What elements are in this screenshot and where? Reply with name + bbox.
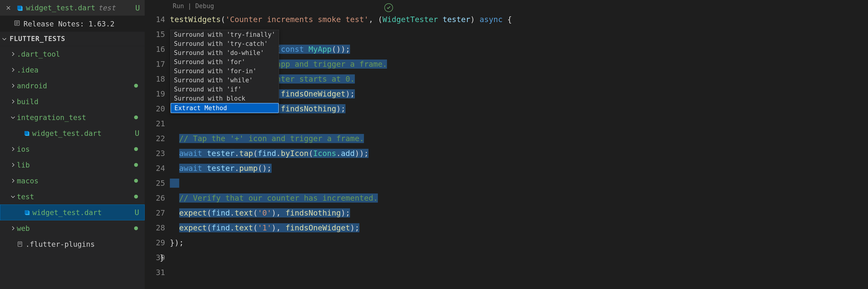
sidebar: widget_test.dart test U Release Notes: 1… bbox=[0, 0, 145, 289]
popup-item[interactable]: Surround with 'try-finally' bbox=[170, 30, 279, 39]
chevron-right-icon bbox=[10, 82, 17, 89]
tree-item-label: widget_test.dart bbox=[32, 208, 102, 217]
chevron-right-icon bbox=[10, 162, 17, 168]
code-line[interactable]: await tester.tap(find.byIcon(Icons.add))… bbox=[169, 146, 868, 161]
line-number: 30 bbox=[145, 250, 169, 265]
release-notes-tab[interactable]: Release Notes: 1.63.2 bbox=[0, 16, 145, 32]
modified-dot-icon bbox=[134, 163, 138, 167]
tree-item-label: .dart_tool bbox=[17, 50, 60, 58]
tree-item[interactable]: .dart_tool bbox=[0, 46, 145, 62]
line-number: 25 bbox=[145, 176, 169, 191]
modified-dot-icon bbox=[134, 226, 138, 230]
close-icon[interactable] bbox=[5, 4, 12, 11]
codelens[interactable]: Run | Debug bbox=[169, 2, 868, 12]
code-line[interactable] bbox=[169, 176, 868, 191]
code-line[interactable]: } bbox=[169, 250, 868, 265]
line-number: 14 bbox=[145, 12, 169, 27]
chevron-right-icon bbox=[10, 177, 17, 184]
chevron-right-icon bbox=[10, 66, 17, 73]
chevron-down-icon bbox=[10, 193, 17, 200]
tree-item[interactable]: .flutter-plugins bbox=[0, 236, 145, 252]
release-notes-label: Release Notes: 1.63.2 bbox=[24, 20, 115, 28]
code-area[interactable]: Run | Debug testWidgets('Counter increme… bbox=[169, 0, 868, 289]
line-number: 17 bbox=[145, 57, 169, 71]
code-line[interactable]: expect(find.text('1'), findsOneWidget); bbox=[169, 220, 868, 235]
tab-bar: widget_test.dart test U bbox=[0, 0, 145, 16]
line-number: 22 bbox=[145, 131, 169, 146]
tree-item-label: .idea bbox=[17, 66, 38, 74]
editor[interactable]: 141516171819202122232425262728293031 Run… bbox=[145, 0, 868, 289]
tree-item[interactable]: lib bbox=[0, 157, 145, 173]
tree-item[interactable]: macos bbox=[0, 173, 145, 189]
status-badge: U bbox=[134, 208, 139, 217]
line-number: 15 bbox=[145, 27, 169, 42]
chevron-right-icon bbox=[10, 225, 17, 232]
tree-item[interactable]: widget_test.dartU bbox=[0, 204, 145, 220]
tree-item-label: android bbox=[17, 82, 47, 90]
chevron-down-icon bbox=[1, 35, 8, 42]
modified-dot-icon bbox=[134, 115, 138, 119]
gutter: 141516171819202122232425262728293031 bbox=[145, 0, 169, 289]
line-number: 27 bbox=[145, 205, 169, 220]
tree-item[interactable]: build bbox=[0, 94, 145, 110]
file-icon bbox=[14, 20, 20, 28]
code-action-popup: Surround with 'try-finally'Surround with… bbox=[170, 30, 279, 113]
line-number: 28 bbox=[145, 220, 169, 235]
tree-item-label: integration_test bbox=[17, 113, 86, 122]
code-line[interactable]: await tester.pump(); bbox=[169, 161, 868, 176]
code-line[interactable]: }); bbox=[169, 235, 868, 250]
code-line[interactable]: expect(find.text('0'), findsNothing); bbox=[169, 205, 868, 220]
line-number: 16 bbox=[145, 42, 169, 57]
popup-item[interactable]: Surround with 'while' bbox=[170, 76, 279, 85]
tree-item-label: macos bbox=[17, 177, 38, 185]
status-badge: U bbox=[135, 129, 140, 138]
tab-status-badge: U bbox=[135, 3, 140, 12]
popup-item[interactable]: Surround with 'try-catch' bbox=[170, 39, 279, 48]
code-line[interactable] bbox=[169, 116, 868, 131]
tree-item-label: ios bbox=[17, 145, 30, 153]
tree-item[interactable]: web bbox=[0, 220, 145, 236]
tree-item[interactable]: test bbox=[0, 189, 145, 204]
line-number: 29 bbox=[145, 235, 169, 250]
code-line[interactable]: // Tap the '+' icon and trigger a frame. bbox=[169, 131, 868, 146]
chevron-down-icon bbox=[10, 114, 17, 121]
line-number: 24 bbox=[145, 161, 169, 176]
modified-dot-icon bbox=[134, 179, 138, 183]
popup-item[interactable]: Extract Method bbox=[170, 103, 279, 113]
tree-item-label: build bbox=[17, 97, 38, 106]
file-tree: .dart_tool.ideaandroidbuildintegration_t… bbox=[0, 46, 145, 289]
tree-item[interactable]: ios bbox=[0, 141, 145, 157]
popup-item[interactable]: Surround with 'do-while' bbox=[170, 48, 279, 57]
explorer-header[interactable]: FLUTTER_TESTS bbox=[0, 32, 145, 46]
tree-item[interactable]: .idea bbox=[0, 62, 145, 78]
tree-item-label: widget_test.dart bbox=[32, 129, 101, 138]
popup-item[interactable]: Surround with block bbox=[170, 94, 279, 103]
code-line[interactable] bbox=[169, 265, 868, 280]
line-number: 20 bbox=[145, 101, 169, 116]
explorer-title: FLUTTER_TESTS bbox=[9, 35, 65, 43]
modified-dot-icon bbox=[134, 147, 138, 151]
dart-icon bbox=[16, 5, 23, 11]
line-number: 18 bbox=[145, 71, 169, 86]
tree-item-label: web bbox=[17, 224, 30, 233]
chevron-right-icon bbox=[10, 51, 17, 57]
tree-item[interactable]: android bbox=[0, 78, 145, 94]
tree-item[interactable]: widget_test.dartU bbox=[0, 125, 145, 141]
code-line[interactable]: testWidgets('Counter increments smoke te… bbox=[169, 12, 868, 27]
popup-item[interactable]: Surround with 'for' bbox=[170, 57, 279, 66]
popup-item[interactable]: Surround with 'for-in' bbox=[170, 66, 279, 76]
modified-dot-icon bbox=[134, 84, 138, 88]
code-line[interactable]: // Verify that our counter has increment… bbox=[169, 191, 868, 205]
popup-item[interactable]: Surround with 'if' bbox=[170, 85, 279, 94]
dart-icon bbox=[24, 209, 30, 215]
tab-suffix: test bbox=[98, 4, 115, 12]
modified-dot-icon bbox=[134, 195, 138, 199]
tree-item-label: test bbox=[17, 193, 34, 201]
line-number: 19 bbox=[145, 86, 169, 101]
dart-icon bbox=[24, 130, 30, 136]
line-number: 23 bbox=[145, 146, 169, 161]
chevron-right-icon bbox=[10, 146, 17, 152]
chevron-right-icon bbox=[10, 98, 17, 105]
tree-item[interactable]: integration_test bbox=[0, 110, 145, 125]
tab-filename[interactable]: widget_test.dart bbox=[26, 4, 95, 12]
